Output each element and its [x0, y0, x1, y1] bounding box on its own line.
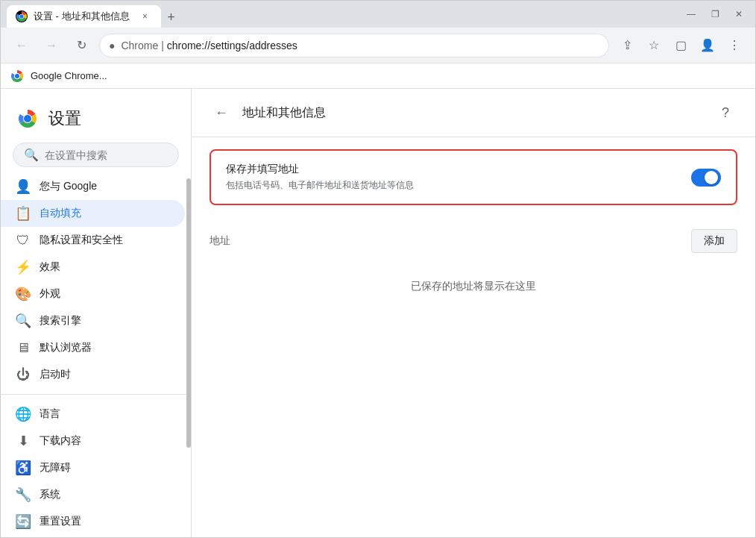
profile-button[interactable]: 👤: [696, 34, 719, 57]
restore-button[interactable]: ❐: [705, 7, 725, 22]
navbar: ← → ↻ ● Chrome | chrome://settings/addre…: [1, 28, 755, 63]
sidebar-label-default: 默认浏览器: [40, 341, 92, 354]
address-path: chrome://settings/addresses: [167, 40, 297, 51]
sidebar-item-appearance[interactable]: 🎨 外观: [1, 281, 185, 307]
sidebar-scrollbar[interactable]: [186, 89, 191, 537]
svg-point-10: [24, 115, 31, 122]
language-icon: 🌐: [16, 407, 31, 422]
tab-search-button[interactable]: ▢: [669, 34, 693, 57]
toggle-slider: [691, 169, 721, 187]
tab-favicon: [16, 10, 28, 22]
sidebar-item-language[interactable]: 🌐 语言: [1, 401, 185, 428]
save-address-toggle[interactable]: [691, 169, 721, 187]
sidebar-label-google: 您与 Google: [40, 180, 97, 193]
system-icon: 🔧: [16, 487, 31, 502]
address-text: Chrome | chrome://settings/addresses: [121, 40, 599, 51]
empty-state-text: 已保存的地址将显示在这里: [411, 280, 536, 292]
active-tab[interactable]: 设置 - 地址和其他信息 ×: [7, 5, 161, 28]
save-address-card: 保存并填写地址 包括电话号码、电子邮件地址和送货地址等信息: [210, 149, 737, 205]
sidebar-item-startup[interactable]: ⏻ 启动时: [1, 361, 185, 388]
sidebar-label-system: 系统: [40, 488, 60, 501]
sidebar-label-startup: 启动时: [40, 368, 71, 381]
share-button[interactable]: ⇪: [615, 34, 639, 57]
sidebar-item-google[interactable]: 👤 您与 Google: [1, 173, 185, 200]
sidebar-search[interactable]: 🔍: [13, 143, 179, 167]
sidebar-label-reset: 重置设置: [40, 515, 81, 528]
browser-window: 设置 - 地址和其他信息 × + — ❐ ✕ ← → ↻ ● Chrome | …: [0, 0, 756, 538]
address-section: 地址 添加 已保存的地址将显示在这里: [210, 229, 737, 311]
sidebar-label-downloads: 下载内容: [40, 434, 81, 448]
reset-icon: 🔄: [16, 514, 31, 529]
address-scheme: Chrome: [121, 40, 158, 51]
chrome-logo-small: [10, 69, 25, 84]
save-address-text: 保存并填写地址 包括电话号码、电子邮件地址和送货地址等信息: [226, 163, 691, 192]
appearance-icon: 🎨: [16, 287, 31, 301]
content-header-left: ← 地址和其他信息: [210, 101, 326, 125]
reload-button[interactable]: ↻: [69, 34, 93, 57]
add-address-button[interactable]: 添加: [691, 229, 737, 253]
effects-icon: ⚡: [16, 260, 31, 275]
sidebar-label-accessibility: 无障碍: [40, 461, 71, 475]
content-header: ← 地址和其他信息 ?: [192, 89, 755, 137]
new-tab-button[interactable]: +: [161, 7, 182, 28]
save-address-title: 保存并填写地址: [226, 163, 691, 176]
sidebar-item-privacy[interactable]: 🛡 隐私设置和安全性: [1, 227, 185, 254]
window-controls: — ❐ ✕: [681, 7, 749, 22]
default-browser-icon: 🖥: [16, 340, 31, 355]
nav-actions: ⇪ ☆ ▢ 👤 ⋮: [615, 34, 746, 57]
search-input[interactable]: [45, 149, 175, 161]
sidebar-item-system[interactable]: 🔧 系统: [1, 481, 185, 508]
sidebar-nav: 👤 您与 Google 📋 自动填充 🛡 隐私设置和安全性 ⚡ 效果 🎨: [1, 173, 191, 531]
infobar: Google Chrome...: [1, 63, 755, 89]
content-area: ← 地址和其他信息 ? 保存并填写地址 包括电话号码、电子邮件地址和送货地址等信…: [192, 89, 755, 537]
address-section-header: 地址 添加: [210, 229, 737, 253]
google-icon: 👤: [16, 179, 31, 194]
autofill-icon: 📋: [16, 206, 31, 221]
minimize-button[interactable]: —: [681, 7, 702, 22]
sidebar-item-autofill[interactable]: 📋 自动填充: [1, 200, 185, 227]
privacy-icon: 🛡: [16, 233, 31, 248]
sidebar-item-reset[interactable]: 🔄 重置设置: [1, 508, 185, 531]
tab-title: 设置 - 地址和其他信息: [34, 10, 130, 23]
sidebar-header: 设置: [1, 95, 191, 137]
help-button[interactable]: ?: [714, 101, 737, 125]
sidebar-item-default-browser[interactable]: 🖥 默认浏览器: [1, 334, 185, 361]
svg-point-7: [15, 74, 19, 78]
bookmark-button[interactable]: ☆: [642, 34, 666, 57]
sidebar: 设置 🔍 👤 您与 Google 📋 自动填充 🛡 隐私设置: [1, 89, 192, 537]
sidebar-item-search[interactable]: 🔍 搜索引擎: [1, 307, 185, 334]
infobar-text: Google Chrome...: [31, 70, 107, 81]
sidebar-label-search: 搜索引擎: [40, 314, 81, 328]
close-button[interactable]: ✕: [728, 7, 749, 22]
sidebar-label-privacy: 隐私设置和安全性: [40, 234, 123, 247]
address-section-title: 地址: [210, 234, 230, 248]
save-address-description: 包括电话号码、电子邮件地址和送货地址等信息: [226, 179, 691, 192]
downloads-icon: ⬇: [16, 434, 31, 448]
search-icon: 🔍: [24, 148, 39, 162]
sidebar-label-appearance: 外观: [40, 287, 60, 301]
sidebar-label-language: 语言: [40, 407, 60, 421]
content-title: 地址和其他信息: [242, 105, 326, 121]
main-layout: 设置 🔍 👤 您与 Google 📋 自动填充 🛡 隐私设置: [1, 89, 755, 537]
accessibility-icon: ♿: [16, 460, 31, 475]
secure-icon: ●: [109, 40, 115, 51]
forward-button[interactable]: →: [40, 34, 63, 57]
sidebar-item-downloads[interactable]: ⬇ 下载内容: [1, 428, 185, 454]
sidebar-label-effects: 效果: [40, 260, 60, 274]
address-empty-state: 已保存的地址将显示在这里: [210, 262, 737, 311]
startup-icon: ⏻: [16, 367, 31, 382]
tab-close-btn[interactable]: ×: [139, 10, 152, 23]
tab-area: 设置 - 地址和其他信息 × +: [7, 1, 678, 28]
scrollbar-thumb: [186, 178, 191, 448]
settings-logo: [16, 107, 40, 131]
menu-button[interactable]: ⋮: [722, 34, 746, 57]
sidebar-divider: [1, 394, 191, 395]
address-bar[interactable]: ● Chrome | chrome://settings/addresses: [99, 34, 609, 57]
address-separator: |: [161, 40, 167, 51]
search-engine-icon: 🔍: [16, 313, 31, 328]
content-back-button[interactable]: ←: [210, 101, 233, 125]
back-button[interactable]: ←: [10, 34, 34, 57]
sidebar-item-effects[interactable]: ⚡ 效果: [1, 254, 185, 281]
sidebar-item-accessibility[interactable]: ♿ 无障碍: [1, 454, 185, 481]
svg-point-4: [20, 15, 24, 19]
